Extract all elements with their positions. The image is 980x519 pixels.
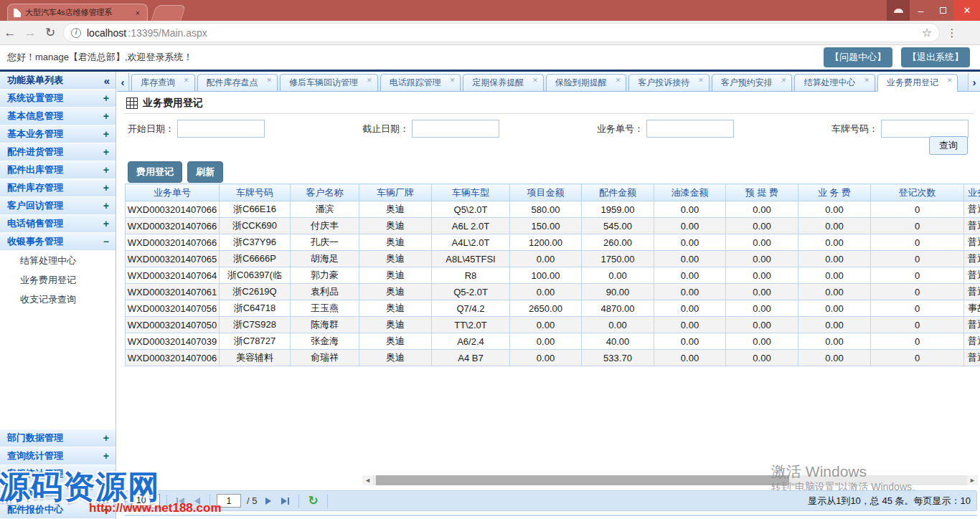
expand-plus-icon[interactable]: + xyxy=(103,92,109,104)
document-tab[interactable]: 配件库存盘点 ✕ xyxy=(197,74,278,91)
filter-input[interactable] xyxy=(177,120,265,138)
query-button[interactable]: 查询 xyxy=(929,136,968,155)
table-row[interactable]: WXD0003201407039 浙C78727 张金海 奥迪 A6/2.4 0… xyxy=(126,333,980,350)
tab-close-icon[interactable]: ✕ xyxy=(864,77,870,84)
reload-icon[interactable]: ↻ xyxy=(40,25,60,40)
browser-tab[interactable]: 大型汽车4s店维修管理系 × xyxy=(7,4,148,21)
last-page-button[interactable] xyxy=(278,496,292,506)
sidebar-group[interactable]: 配件进货管理 + xyxy=(0,143,116,161)
window-minimize-button[interactable]: – xyxy=(910,0,932,21)
document-tab[interactable]: 电话跟踪管理 ✕ xyxy=(380,74,461,91)
tab-close-icon[interactable]: ✕ xyxy=(367,77,372,84)
tab-close-icon[interactable]: ✕ xyxy=(450,77,456,84)
sidebar-subitem[interactable]: 收支记录查询 xyxy=(0,290,116,309)
expand-plus-icon[interactable]: + xyxy=(103,128,109,140)
sidebar-group[interactable]: 配件库存管理 + xyxy=(0,179,116,197)
col-header[interactable]: 车牌号码 xyxy=(220,184,291,201)
col-header[interactable]: 油漆金额 xyxy=(654,184,726,201)
col-header[interactable]: 车辆车型 xyxy=(432,184,510,201)
question-center-button[interactable]: 【问题中心】 xyxy=(824,47,892,67)
tabs-scroll-right-icon[interactable]: › xyxy=(968,73,980,91)
browser-menu-icon[interactable]: ⋮ xyxy=(940,27,964,39)
col-header[interactable]: 车辆厂牌 xyxy=(359,184,432,201)
col-header[interactable]: 登记次数 xyxy=(871,184,964,201)
collapse-sidebar-icon[interactable]: « xyxy=(104,75,110,87)
expand-plus-icon[interactable]: + xyxy=(103,218,109,229)
col-header[interactable]: 业 务 费 xyxy=(798,184,871,201)
document-tab[interactable]: 客户预约安排 ✕ xyxy=(712,74,793,91)
refresh-grid-icon[interactable]: ↻ xyxy=(306,495,320,507)
sidebar-group[interactable]: 基本信息管理 + xyxy=(0,108,116,125)
page-info-icon[interactable]: i xyxy=(71,28,81,38)
tab-close-icon[interactable]: ✕ xyxy=(947,77,953,84)
document-tab[interactable]: 定期保养提醒 ✕ xyxy=(463,74,544,91)
fee-register-button[interactable]: 费用登记 xyxy=(128,161,182,183)
sidebar-group[interactable]: 基本业务管理 + xyxy=(0,125,116,143)
tab-close-icon[interactable]: ✕ xyxy=(616,77,621,84)
sidebar-subitem[interactable]: 业务费用登记 xyxy=(0,270,116,290)
table-row[interactable]: WXD0003201407066 浙C66E16 潘滨 奥迪 Q5\2.0T 5… xyxy=(126,201,980,218)
filter-input[interactable] xyxy=(412,120,499,138)
table-row[interactable]: WXD0003201407066 浙C37Y96 孔庆一 奥迪 A4L\2.0T… xyxy=(126,234,980,251)
scroll-left-arrow-icon[interactable]: ◄ xyxy=(362,475,373,485)
table-row[interactable]: WXD0003201407006 美容辅料 俞瑞祥 奥迪 A4 B7 0.00 … xyxy=(126,350,980,366)
window-close-button[interactable]: ✕ xyxy=(954,0,980,21)
scrollbar-thumb[interactable] xyxy=(376,475,789,485)
table-row[interactable]: WXD0003201407065 浙C6666P 胡海足 奥迪 A8L\45TF… xyxy=(126,251,980,267)
document-tab[interactable]: 库存查询 ✕ xyxy=(131,74,195,91)
filter-input[interactable] xyxy=(881,120,969,138)
table-row[interactable]: WXD0003201407056 浙C64718 王玉燕 奥迪 Q7/4.2 2… xyxy=(126,300,980,317)
col-header[interactable]: 配件金额 xyxy=(582,184,654,201)
tab-close-icon[interactable]: ✕ xyxy=(184,77,189,84)
next-page-button[interactable] xyxy=(263,496,274,506)
expand-plus-icon[interactable]: + xyxy=(103,432,109,444)
col-header[interactable]: 预 提 费 xyxy=(726,184,798,201)
forward-icon[interactable]: → xyxy=(20,26,40,40)
document-tab[interactable]: 客户投诉接待 ✕ xyxy=(628,74,710,91)
document-tab[interactable]: 保险到期提醒 ✕ xyxy=(546,74,627,91)
table-row[interactable]: WXD0003201407066 浙CCK690 付庆丰 奥迪 A6L 2.0T… xyxy=(126,218,980,234)
sidebar-group[interactable]: 配件出库管理 + xyxy=(0,161,116,179)
tab-close-icon[interactable]: ✕ xyxy=(267,77,273,84)
logout-button[interactable]: 【退出系统】 xyxy=(901,47,970,67)
tab-close-icon[interactable]: ✕ xyxy=(698,77,704,84)
bookmark-star-icon[interactable]: ☆ xyxy=(922,26,932,39)
sidebar-group[interactable]: 电话销售管理 + xyxy=(0,215,116,233)
document-tab[interactable]: 修后车辆回访管理 ✕ xyxy=(280,74,378,91)
col-header[interactable]: 业务类型 xyxy=(964,184,980,201)
window-maximize-button[interactable] xyxy=(932,0,954,21)
browser-profile-button[interactable] xyxy=(887,0,910,21)
document-tab[interactable]: 结算处理中心 ✕ xyxy=(794,74,875,91)
sidebar-group[interactable]: 系统设置管理 + xyxy=(0,90,116,108)
url-box[interactable]: i localhost:13395/Main.aspx ☆ xyxy=(63,23,940,42)
sidebar-group-expanded[interactable]: 收银事务管理 − xyxy=(0,233,116,251)
tab-close-icon[interactable]: × xyxy=(134,9,141,17)
expand-plus-icon[interactable]: + xyxy=(103,146,109,158)
collapse-minus-icon[interactable]: − xyxy=(103,236,109,247)
expand-plus-icon[interactable]: + xyxy=(103,182,109,194)
sidebar-group[interactable]: 客户回访管理 + xyxy=(0,197,116,215)
table-row[interactable]: WXD0003201407061 浙C2619Q 袁利品 奥迪 Q5-2.0T … xyxy=(126,284,980,300)
tab-close-icon[interactable]: ✕ xyxy=(781,77,787,84)
expand-plus-icon[interactable]: + xyxy=(103,164,109,176)
table-row[interactable]: WXD0003201407064 浙C06397(临 郭力豪 奥迪 R8 100… xyxy=(126,267,980,284)
expand-plus-icon[interactable]: + xyxy=(103,200,109,211)
cell-model: TT\2.0T xyxy=(432,317,510,333)
col-header[interactable]: 项目金额 xyxy=(510,184,582,201)
scroll-right-arrow-icon[interactable]: ► xyxy=(967,475,978,485)
expand-plus-icon[interactable]: + xyxy=(103,450,109,462)
sidebar-subitem[interactable]: 结算处理中心 xyxy=(0,251,116,270)
tabs-scroll-left-icon[interactable]: ‹ xyxy=(117,73,129,91)
tab-close-icon[interactable]: ✕ xyxy=(532,77,538,84)
table-row[interactable]: WXD0003201407050 浙C7S928 陈海群 奥迪 TT\2.0T … xyxy=(126,317,980,333)
col-header[interactable]: 业务单号 xyxy=(126,184,220,201)
document-tab-active[interactable]: 业务费用登记 ✕ xyxy=(877,74,958,92)
refresh-button[interactable]: 刷新 xyxy=(187,161,223,183)
col-header[interactable]: 客户名称 xyxy=(291,184,359,201)
expand-plus-icon[interactable]: + xyxy=(103,110,109,122)
sidebar-group[interactable]: 查询统计管理 + xyxy=(0,447,116,465)
back-icon[interactable]: ← xyxy=(0,26,20,40)
new-tab-button[interactable] xyxy=(151,5,186,21)
filter-input[interactable] xyxy=(646,120,734,138)
sidebar-group[interactable]: 部门数据管理 + xyxy=(0,429,116,447)
